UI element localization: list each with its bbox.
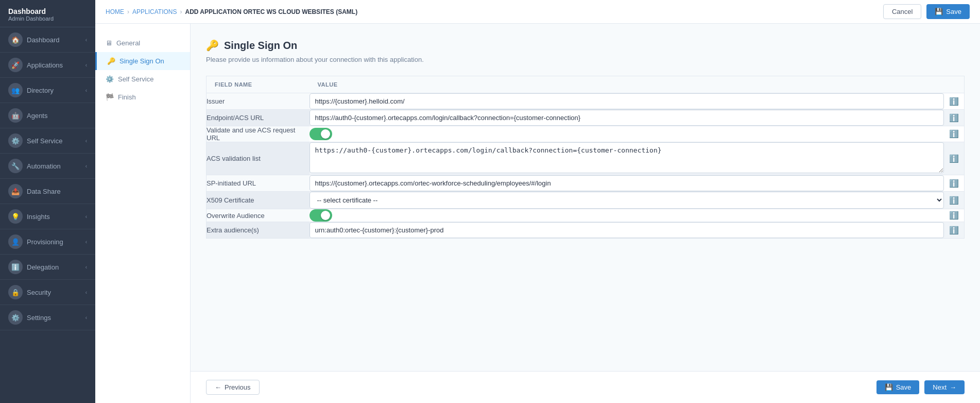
info-icon[interactable]: ℹ️: [949, 179, 959, 188]
self-service-icon: ⚙️: [8, 133, 23, 148]
save-icon: 💾: [935, 8, 943, 15]
section-title-text: Single Sign On: [224, 40, 297, 52]
sidebar-item-delegation[interactable]: ℹ️ Delegation ‹: [0, 255, 95, 280]
table-row: ACS validation list https://auth0-{custo…: [207, 142, 965, 175]
info-icon[interactable]: ℹ️: [949, 154, 959, 163]
chevron-icon: ‹: [85, 88, 87, 93]
extra-audiences-input[interactable]: [310, 222, 944, 238]
sidebar-item-settings[interactable]: ⚙️ Settings ‹: [0, 305, 95, 330]
save-label: Save: [946, 8, 961, 15]
delegation-icon: ℹ️: [8, 260, 23, 274]
field-name-validate-acs: Validate and use ACS request URL: [207, 126, 310, 142]
wizard-step-finish[interactable]: 🏁 Finish: [95, 88, 190, 106]
save-button-footer[interactable]: 💾 Save: [876, 380, 920, 394]
field-name-x509: X509 Certificate: [207, 192, 310, 209]
field-name-acs-list: ACS validation list: [207, 142, 310, 175]
info-cell-issuer: ℹ️: [944, 93, 965, 110]
breadcrumb: HOME › APPLICATIONS › ADD APPLICATION OR…: [106, 8, 357, 15]
endpoint-input[interactable]: [310, 110, 944, 126]
info-icon[interactable]: ℹ️: [949, 196, 959, 205]
info-cell-endpoint: ℹ️: [944, 110, 965, 126]
chevron-icon: ‹: [85, 290, 87, 295]
info-icon[interactable]: ℹ️: [949, 226, 959, 234]
breadcrumb-applications[interactable]: APPLICATIONS: [132, 8, 177, 15]
wizard-step-self-service[interactable]: ⚙️ Self Service: [95, 70, 190, 88]
field-name-issuer: Issuer: [207, 93, 310, 110]
chevron-icon: ‹: [85, 62, 87, 68]
info-icon[interactable]: ℹ️: [949, 113, 959, 122]
next-button[interactable]: Next →: [924, 380, 965, 394]
save-footer-label: Save: [896, 383, 912, 391]
field-value-issuer: [310, 93, 944, 110]
table-row: Issuer ℹ️: [207, 93, 965, 110]
sidebar-item-security[interactable]: 🔒 Security ‹: [0, 280, 95, 305]
sidebar-item-automation[interactable]: 🔧 Automation ‹: [0, 154, 95, 179]
sidebar-item-label: Insights: [27, 213, 50, 221]
issuer-input[interactable]: [310, 93, 944, 109]
cancel-button[interactable]: Cancel: [883, 4, 921, 19]
field-name-endpoint: Endpoint/ACS URL: [207, 110, 310, 126]
acs-list-textarea[interactable]: https://auth0-{customer}.ortecapps.com/l…: [310, 142, 944, 173]
form-area: 🔑 Single Sign On Please provide us infor…: [191, 24, 980, 371]
sidebar-item-label: Self Service: [27, 137, 62, 145]
sso-field-table: FIELD NAME VALUE Issuer: [206, 76, 965, 239]
sidebar-item-label: Agents: [27, 112, 47, 120]
sidebar-item-self-service[interactable]: ⚙️ Self Service ‹: [0, 128, 95, 154]
field-name-sp-url: SP-initiated URL: [207, 175, 310, 192]
arrow-left-icon: ←: [215, 383, 221, 391]
field-value-x509: -- select certificate --: [310, 192, 944, 209]
previous-label: Previous: [225, 383, 251, 391]
wizard-step-label: General: [116, 39, 140, 47]
x509-select[interactable]: -- select certificate --: [310, 192, 944, 209]
wizard-step-label: Finish: [118, 93, 136, 101]
save-button-top[interactable]: 💾 Save: [926, 4, 970, 19]
wizard-step-sso[interactable]: 🔑 Single Sign On: [95, 52, 190, 70]
footer-right-actions: 💾 Save Next →: [876, 380, 965, 394]
section-title: 🔑 Single Sign On: [206, 39, 965, 52]
wizard-step-general[interactable]: 🖥 General: [95, 34, 190, 52]
sidebar-item-label: Settings: [27, 314, 51, 322]
info-icon[interactable]: ℹ️: [949, 97, 959, 106]
sidebar: Dashboard Admin Dashboard 🏠 Dashboard ‹ …: [0, 0, 95, 403]
sidebar-item-label: Applications: [27, 61, 63, 69]
save-footer-icon: 💾: [885, 383, 893, 391]
chevron-icon: ‹: [85, 138, 87, 144]
info-cell-x509: ℹ️: [944, 192, 965, 209]
info-cell-acs-list: ℹ️: [944, 142, 965, 175]
chevron-icon: ‹: [85, 315, 87, 321]
sidebar-item-dashboard[interactable]: 🏠 Dashboard ‹: [0, 27, 95, 53]
sidebar-item-insights[interactable]: 💡 Insights ‹: [0, 204, 95, 229]
sidebar-item-applications[interactable]: 🚀 Applications ‹: [0, 53, 95, 78]
toggle-wrapper-overwrite: [310, 209, 944, 222]
breadcrumb-home[interactable]: HOME: [106, 8, 124, 15]
chevron-icon: ‹: [85, 37, 87, 43]
sidebar-item-data-share[interactable]: 📤 Data Share: [0, 179, 95, 204]
sidebar-item-label: Data Share: [27, 188, 61, 195]
sidebar-item-label: Provisioning: [27, 238, 63, 246]
directory-icon: 👥: [8, 83, 23, 97]
field-value-extra-audiences: [310, 222, 944, 239]
previous-button[interactable]: ← Previous: [206, 380, 260, 395]
col-field-name: FIELD NAME: [207, 76, 310, 93]
sidebar-item-label: Dashboard: [27, 36, 60, 44]
col-value: VALUE: [310, 76, 944, 93]
sidebar-brand-subtitle: Admin Dashboard: [8, 15, 87, 22]
sidebar-item-provisioning[interactable]: 👤 Provisioning ‹: [0, 229, 95, 255]
info-icon[interactable]: ℹ️: [949, 129, 959, 138]
sidebar-item-label: Automation: [27, 162, 61, 170]
sidebar-item-agents[interactable]: 🤖 Agents: [0, 103, 95, 128]
topbar-actions: Cancel 💾 Save: [883, 4, 970, 19]
info-icon[interactable]: ℹ️: [949, 211, 959, 220]
info-cell-overwrite-audience: ℹ️: [944, 209, 965, 222]
overwrite-audience-toggle[interactable]: [310, 209, 332, 222]
provisioning-icon: 👤: [8, 234, 23, 249]
sp-url-input[interactable]: [310, 175, 944, 191]
chevron-icon: ‹: [85, 239, 87, 245]
sidebar-item-directory[interactable]: 👥 Directory ‹: [0, 78, 95, 103]
field-value-overwrite-audience: [310, 209, 944, 222]
field-name-extra-audiences: Extra audience(s): [207, 222, 310, 239]
validate-acs-toggle[interactable]: [310, 128, 332, 140]
chevron-icon: ‹: [85, 264, 87, 270]
wizard-step-label: Self Service: [118, 75, 153, 83]
subtitle-text: Please provide us information about your…: [206, 56, 424, 63]
